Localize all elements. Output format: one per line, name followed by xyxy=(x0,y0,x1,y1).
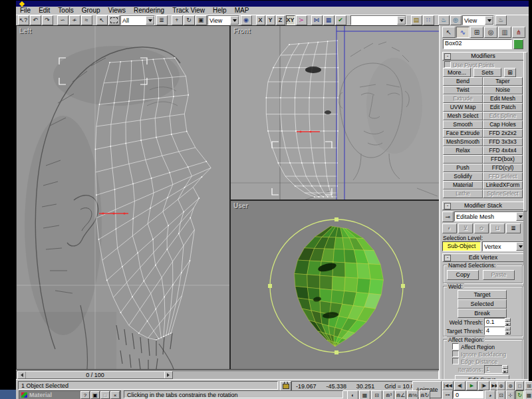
menu-help[interactable]: Help xyxy=(209,7,231,15)
pan-button[interactable]: ⊹ xyxy=(506,390,515,399)
modifier-stack-rollout-header[interactable]: - Modifier Stack xyxy=(442,201,524,210)
viewport-left[interactable]: Left xyxy=(16,25,230,370)
align-button[interactable]: ✔ xyxy=(335,15,346,25)
affect-region-checkbox[interactable]: Affect Region xyxy=(452,343,495,350)
tab-motion[interactable]: ◎ xyxy=(484,27,497,38)
modifier-material[interactable]: Material xyxy=(443,181,483,190)
modifier-face-extrude[interactable]: Face Extrude xyxy=(443,129,483,138)
snap-toggle-button[interactable]: ⊟ xyxy=(371,390,382,399)
modifier-ffd-box-[interactable]: FFD(box) xyxy=(483,155,523,164)
selection-region-button[interactable] xyxy=(108,15,120,25)
mirror-button[interactable]: ⋈ xyxy=(311,15,323,25)
weld-target-button[interactable]: Target xyxy=(458,290,507,299)
window-crossing-button[interactable]: ▦ xyxy=(359,390,370,399)
zoom-button[interactable]: ⊕ xyxy=(497,381,505,390)
modifiers-rollout-header[interactable]: - Modifiers xyxy=(442,52,524,61)
modifier-edit-patch[interactable]: Edit Patch xyxy=(483,103,523,112)
menu-edit[interactable]: Edit xyxy=(35,7,54,15)
weld-thresh-spinner[interactable] xyxy=(505,318,511,326)
menu-track-view[interactable]: Track View xyxy=(168,7,209,15)
next-frame-arrow-icon[interactable] xyxy=(164,372,172,378)
axis-xy-button[interactable]: XY xyxy=(286,15,295,25)
prev-frame-arrow-icon[interactable] xyxy=(18,372,26,378)
zoom-extents-button[interactable]: □ xyxy=(515,381,524,390)
modifier-bend[interactable]: Bend xyxy=(443,77,483,86)
modifier-twist[interactable]: Twist xyxy=(443,86,483,94)
tab-display[interactable]: ▥ xyxy=(498,27,511,38)
next-frame-button[interactable]: |▶ xyxy=(478,381,489,390)
tab-hierarchy[interactable]: ⊞ xyxy=(470,27,483,38)
time-slider-thumb[interactable]: 0 / 100 xyxy=(17,371,173,379)
tab-utilities[interactable]: ⋔ xyxy=(512,27,525,38)
play-button[interactable]: ▶ xyxy=(466,381,477,390)
goto-start-button[interactable]: |◀◀ xyxy=(442,381,454,390)
modifier-push[interactable]: Push xyxy=(443,164,483,172)
collapse-icon[interactable]: - xyxy=(444,203,451,209)
modifier-relax[interactable]: Relax xyxy=(443,146,483,155)
min-max-toggle-button[interactable]: ▦ xyxy=(525,390,532,399)
modifier-taper[interactable]: Taper xyxy=(483,77,523,86)
unlink-selection-button[interactable]: ≁ xyxy=(69,15,80,25)
axis-z-button[interactable]: Z xyxy=(276,15,285,25)
named-selection-sets-select[interactable] xyxy=(350,15,406,25)
modifier-smooth[interactable]: Smooth xyxy=(443,120,483,129)
reference-coordinate-select[interactable]: View xyxy=(207,15,239,25)
material-window-restore-button[interactable]: ▣ xyxy=(90,391,100,399)
edit-vertex-rollout-header[interactable]: - Edit Vertex xyxy=(442,253,524,262)
modifier-mesh-select[interactable]: Mesh Select xyxy=(443,112,483,120)
material-editor-button[interactable]: ∷ xyxy=(423,15,434,25)
help-mode-button[interactable]: ↖? xyxy=(18,15,29,25)
modifier-solidify[interactable]: Solidify xyxy=(443,172,483,181)
current-frame-field[interactable]: 0 xyxy=(453,390,483,398)
select-and-scale-button[interactable]: ▣ xyxy=(196,15,207,25)
window-title-bar[interactable] xyxy=(16,1,529,7)
region-zoom-button[interactable]: ⊡ xyxy=(497,390,505,399)
edit-stack-button[interactable]: ≣ xyxy=(506,223,521,233)
bind-to-space-warp-button[interactable]: ≈ xyxy=(81,15,92,25)
modifier-meshsmooth[interactable]: MeshSmooth xyxy=(443,138,483,146)
configure-button-sets-button[interactable]: ⊞ xyxy=(504,68,516,77)
modifier-ffd-4x4x4[interactable]: FFD 4x4x4 xyxy=(483,146,523,155)
snap-3d-button[interactable]: ⋒³ xyxy=(383,390,394,399)
user-viewport-canvas[interactable] xyxy=(231,201,440,369)
dropdown-arrow-icon[interactable] xyxy=(146,16,154,25)
pin-stack-button[interactable]: ⊸ xyxy=(442,211,454,222)
modifier-ffd-3x3x3[interactable]: FFD 3x3x3 xyxy=(483,138,523,146)
select-and-move-button[interactable]: + xyxy=(172,15,183,25)
time-slider-track[interactable]: 0 / 100 xyxy=(16,370,439,380)
weld-selected-button[interactable]: Selected xyxy=(458,299,507,309)
menu-group[interactable]: Group xyxy=(78,7,104,15)
modifier-ffd-cyl-[interactable]: FFD(cyl) xyxy=(483,164,523,172)
weld-thresh-field[interactable]: 0.1 xyxy=(484,318,505,327)
select-and-rotate-button[interactable]: ↻ xyxy=(184,15,195,25)
spinner-snap-button[interactable]: ⋒↻ xyxy=(419,390,430,399)
modifier-ffd-2x2x2[interactable]: FFD 2x2x2 xyxy=(483,129,523,138)
use-center-button[interactable]: ◉ xyxy=(241,15,252,25)
tab-create[interactable]: ↖ xyxy=(442,27,456,38)
modifier-edit-mesh[interactable]: Edit Mesh xyxy=(483,94,523,103)
redo-button[interactable]: ↷ xyxy=(42,15,53,25)
modifier-noise[interactable]: Noise xyxy=(483,86,523,94)
left-viewport-canvas[interactable] xyxy=(17,26,229,369)
object-color-swatch[interactable] xyxy=(513,39,523,49)
viewport-front[interactable]: Front xyxy=(230,25,440,200)
dropdown-arrow-icon[interactable] xyxy=(485,16,493,25)
angle-snap-button[interactable]: ⋒∠ xyxy=(395,390,406,399)
selection-lock-button[interactable] xyxy=(280,381,291,391)
target-thresh-spinner[interactable] xyxy=(505,327,511,334)
menu-map[interactable]: MAP xyxy=(231,7,253,15)
material-minimized-window[interactable]: Material ?▣□× xyxy=(19,390,121,399)
collapse-icon[interactable]: - xyxy=(444,53,451,60)
material-window-help-button[interactable]: ? xyxy=(80,391,90,399)
break-button[interactable]: Break xyxy=(458,309,507,318)
degradation-override-button[interactable]: ◐ xyxy=(347,390,358,399)
menu-tools[interactable]: Tools xyxy=(54,7,77,15)
track-view-button[interactable]: ▤ xyxy=(411,15,422,25)
arc-rotate-button[interactable]: ↻ xyxy=(515,390,524,399)
render-scene-button[interactable]: ♨ xyxy=(438,15,450,25)
checkbox-icon[interactable] xyxy=(452,343,459,350)
quick-render-button[interactable]: ◎ xyxy=(450,15,462,25)
viewport-user[interactable]: User xyxy=(230,200,440,370)
more-modifiers-button[interactable]: More... xyxy=(443,68,471,77)
dropdown-arrow-icon[interactable] xyxy=(397,16,406,25)
